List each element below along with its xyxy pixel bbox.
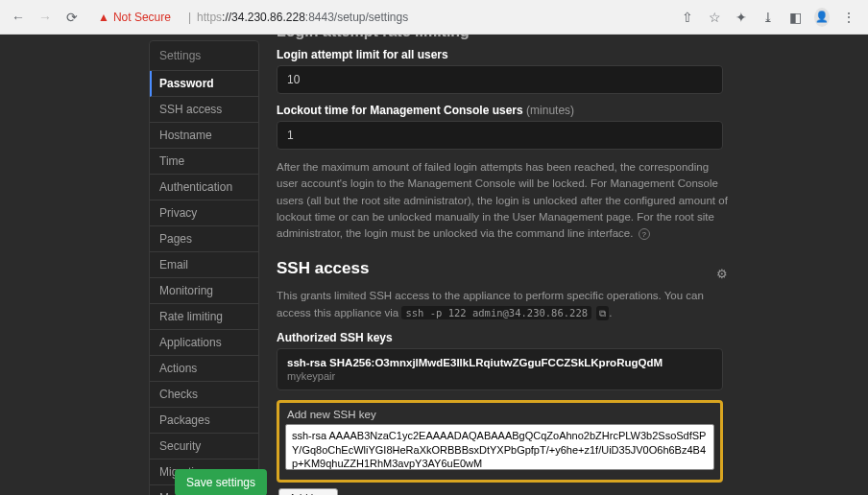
login-limit-input[interactable]: 10 — [277, 65, 723, 94]
rate-limit-helper: After the maximum amount of failed login… — [277, 159, 728, 242]
profile-avatar[interactable]: 👤 — [814, 8, 830, 27]
extensions-icon[interactable]: ✦ — [734, 10, 749, 25]
lockout-input[interactable]: 1 — [277, 121, 723, 150]
sidebar-item-email[interactable]: Email — [150, 252, 258, 278]
sidebar-item-checks[interactable]: Checks — [150, 382, 258, 408]
ssh-access-desc: This grants limited SSH access to the ap… — [277, 288, 728, 321]
login-limit-label: Login attempt limit for all users — [277, 48, 849, 61]
app-content: Settings Password SSH access Hostname Ti… — [0, 35, 868, 495]
add-key-button[interactable]: Add key — [278, 488, 338, 495]
browser-toolbar: ← → ⟳ ▲ Not Secure | https ://34.230.86.… — [0, 0, 868, 35]
sidebar-item-security[interactable]: Security — [150, 434, 258, 460]
sidebar-item-rate-limiting[interactable]: Rate limiting — [150, 304, 258, 330]
copy-icon[interactable]: ⧉ — [596, 306, 609, 320]
ssh-access-title: SSH access — [277, 259, 369, 278]
ssh-key-name: mykeypair — [287, 370, 712, 382]
sidebar-item-hostname[interactable]: Hostname — [150, 123, 258, 149]
sidebar-item-applications[interactable]: Applications — [150, 330, 258, 356]
url-scheme: https — [197, 11, 222, 24]
sidebar-item-monitoring[interactable]: Monitoring — [150, 278, 258, 304]
main-panel: Login attempt rate limiting Login attemp… — [259, 35, 868, 495]
address-bar[interactable]: | https ://34.230.86.228 :8443/setup/set… — [182, 11, 674, 24]
lockout-label: Lockout time for Management Console user… — [277, 104, 849, 117]
browser-actions: ⇧ ☆ ✦ ⤓ ◧ 👤 ⋮ — [680, 8, 860, 27]
gear-icon[interactable]: ⚙ — [716, 267, 728, 281]
reload-button[interactable]: ⟳ — [61, 7, 83, 28]
sidepanel-icon[interactable]: ◧ — [787, 10, 803, 25]
ssh-key-textarea[interactable] — [285, 424, 714, 470]
login-rate-limit-title: Login attempt rate limiting — [277, 35, 849, 40]
url-host: ://34.230.86.228 — [222, 11, 305, 24]
sidebar-item-actions[interactable]: Actions — [150, 356, 258, 382]
sidebar-item-time[interactable]: Time — [150, 149, 258, 175]
sidebar-item-privacy[interactable]: Privacy — [150, 200, 258, 226]
sidebar-header: Settings — [150, 41, 258, 71]
back-button[interactable]: ← — [8, 7, 29, 28]
url-path: :8443/setup/settings — [305, 11, 408, 24]
bookmark-icon[interactable]: ☆ — [707, 10, 722, 25]
security-badge[interactable]: ▲ Not Secure — [98, 11, 171, 24]
ssh-key-fingerprint: ssh-rsa SHA256:O3mnxjlMwdE3IlkLRqiutwZGg… — [287, 357, 712, 368]
sidebar-item-pages[interactable]: Pages — [150, 226, 258, 252]
ssh-key-entry: ssh-rsa SHA256:O3mnxjlMwdE3IlkLRqiutwZGg… — [277, 348, 723, 390]
warning-icon: ▲ — [98, 11, 109, 24]
not-secure-text: Not Secure — [113, 11, 171, 24]
add-ssh-key-label: Add new SSH key — [285, 409, 714, 420]
add-ssh-key-box: Add new SSH key — [277, 400, 723, 483]
sidebar-item-packages[interactable]: Packages — [150, 408, 258, 434]
help-icon[interactable]: ? — [639, 228, 650, 240]
sidebar-item-authentication[interactable]: Authentication — [150, 175, 258, 200]
authorized-keys-label: Authorized SSH keys — [277, 331, 849, 344]
settings-sidebar: Settings Password SSH access Hostname Ti… — [149, 40, 259, 495]
forward-button[interactable]: → — [35, 7, 56, 28]
download-icon[interactable]: ⤓ — [760, 10, 776, 25]
save-settings-button[interactable]: Save settings — [175, 469, 267, 495]
menu-icon[interactable]: ⋮ — [841, 10, 856, 25]
sidebar-item-ssh-access[interactable]: SSH access — [150, 97, 258, 123]
sidebar-item-password[interactable]: Password — [150, 71, 258, 97]
ssh-command: ssh -p 122 admin@34.230.86.228 — [401, 306, 591, 319]
share-icon[interactable]: ⇧ — [680, 10, 695, 25]
